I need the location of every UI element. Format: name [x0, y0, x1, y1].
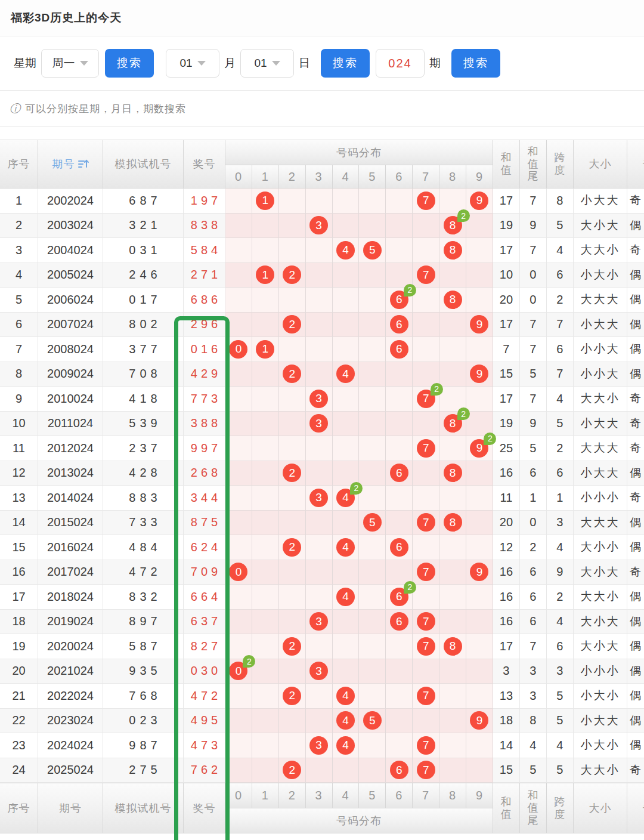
seq-cell: 7	[0, 337, 38, 362]
distribution-cell	[359, 214, 386, 239]
distribution-cell	[225, 263, 252, 288]
digit-ball: 2	[283, 365, 301, 383]
distribution-cell	[359, 189, 386, 214]
issue-number-input[interactable]	[376, 49, 425, 78]
digit-ball: 7	[417, 513, 435, 532]
distribution-cell	[252, 214, 279, 239]
seq-cell: 6	[0, 313, 38, 338]
distribution-cell: 2	[279, 758, 306, 783]
size-cell: 小小大	[574, 362, 627, 387]
month-select[interactable]: 01	[166, 49, 219, 78]
span-cell: 3	[547, 659, 574, 684]
table-row: 1320140248833443421111小小小奇	[0, 486, 644, 511]
seq-cell: 9	[0, 387, 38, 412]
distribution-cell: 82	[439, 412, 466, 437]
distribution-cell	[386, 486, 413, 511]
parity-cell: 奇	[627, 560, 644, 585]
digit-ball: 3	[309, 612, 328, 631]
table-row: 420050242462711271006小大小偶	[0, 263, 644, 288]
seq-cell: 2	[0, 214, 38, 239]
sum-cell: 20	[493, 288, 520, 313]
issue-search-button[interactable]: 搜索	[451, 49, 500, 78]
header-issue-sortable[interactable]: 期号	[38, 140, 103, 189]
distribution-cell	[466, 733, 493, 758]
digit-ball: 1	[256, 340, 274, 359]
distribution-cell	[386, 214, 413, 239]
distribution-cell: 42	[333, 486, 360, 511]
sum-tail-cell: 6	[520, 610, 547, 635]
digit-ball: 6	[390, 538, 408, 557]
distribution-cell	[306, 337, 333, 362]
distribution-cell	[413, 288, 439, 313]
issue-cell: 2004024	[38, 238, 103, 263]
distribution-cell: 8	[439, 288, 466, 313]
parity-cell: 偶	[627, 214, 644, 239]
sum-tail-cell: 5	[520, 436, 547, 461]
digit-column-label: 4	[333, 165, 360, 189]
sum-tail-cell: 5	[520, 758, 547, 783]
table-row: 1220130244282682681666小大大偶	[0, 461, 644, 486]
digit-column-label: 9	[466, 783, 493, 808]
distribution-cell	[333, 189, 360, 214]
day-select[interactable]: 01	[240, 49, 294, 78]
span-cell: 6	[547, 634, 574, 659]
digit-ball: 7	[417, 761, 435, 779]
distribution-cell	[466, 461, 493, 486]
distribution-cell	[466, 486, 493, 511]
parity-cell: 偶	[627, 634, 644, 659]
sum-cell: 17	[493, 634, 520, 659]
distribution-cell	[333, 214, 360, 239]
distribution-cell: 3	[306, 412, 333, 437]
distribution-cell: 1	[252, 189, 279, 214]
digit-ball: 02	[229, 662, 247, 680]
span-cell: 7	[547, 362, 574, 387]
distribution-cell	[413, 535, 439, 560]
issue-cell: 2015024	[38, 511, 103, 536]
week-search-button[interactable]: 搜索	[105, 49, 154, 78]
distribution-cell	[413, 313, 439, 338]
header-parity: 奇偶	[627, 140, 644, 189]
parity-cell: 奇	[627, 412, 644, 437]
sum-cell: 20	[493, 511, 520, 536]
distribution-cell: 3	[306, 387, 333, 412]
distribution-cell	[306, 362, 333, 387]
distribution-cell	[386, 412, 413, 437]
distribution-cell	[225, 214, 252, 239]
sum-cell: 17	[493, 387, 520, 412]
table-header: 序号 期号 模拟试机号 奖号 号码分布 0123456789 和值 和值尾 跨度…	[0, 140, 644, 189]
parity-cell: 偶	[627, 659, 644, 684]
distribution-cell	[279, 412, 306, 437]
parity-cell: 偶	[627, 610, 644, 635]
distribution-cell	[439, 436, 466, 461]
week-select[interactable]: 周一	[41, 49, 99, 78]
header-distribution: 号码分布 0123456789	[225, 140, 493, 189]
parity-cell: 偶	[627, 511, 644, 536]
table-row: 120020246871971791778小大大奇	[0, 189, 644, 214]
distribution-cell: 6	[386, 461, 413, 486]
digit-ball: 6	[390, 340, 408, 359]
distribution-cell	[466, 214, 493, 239]
sum-cell: 10	[493, 263, 520, 288]
date-search-button[interactable]: 搜索	[321, 49, 370, 78]
distribution-cell: 8	[439, 634, 466, 659]
digit-ball: 4	[336, 687, 355, 705]
distribution-cell: 62	[386, 585, 413, 610]
distribution-cell	[279, 387, 306, 412]
table-row: 1420150247338755782003大大大偶	[0, 511, 644, 536]
seq-cell: 23	[0, 733, 38, 758]
digit-ball: 2	[283, 687, 301, 705]
test-number-cell: 428	[103, 461, 184, 486]
sum-cell: 16	[493, 585, 520, 610]
prize-number-cell: 429	[184, 362, 225, 387]
distribution-cell	[333, 436, 360, 461]
distribution-cell	[439, 337, 466, 362]
distribution-cell	[466, 585, 493, 610]
distribution-cell	[413, 214, 439, 239]
distribution-cell	[252, 486, 279, 511]
digit-ball: 8	[444, 637, 462, 656]
distribution-cell: 7	[413, 560, 439, 585]
digit-ball: 1	[256, 265, 274, 284]
sum-tail-cell: 4	[520, 733, 547, 758]
title-bar: 福彩3D历史上的今天	[0, 0, 644, 36]
digit-ball: 7	[417, 563, 435, 581]
